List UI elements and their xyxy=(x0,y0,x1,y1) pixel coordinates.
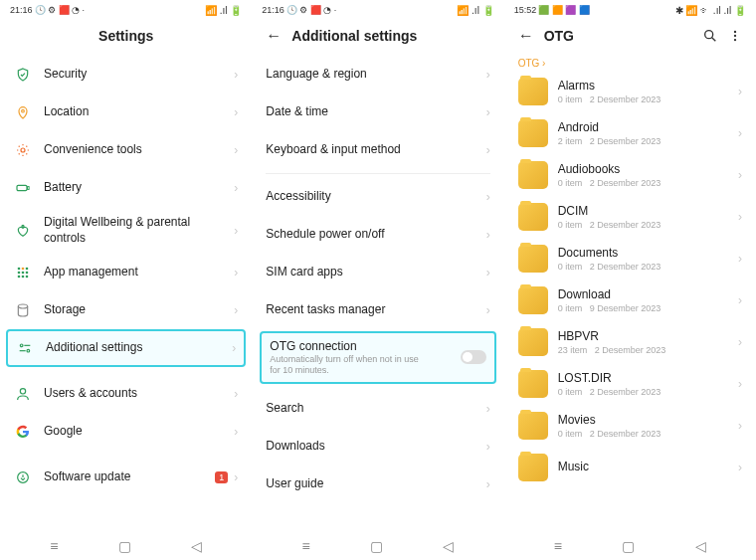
folder-name: Movies xyxy=(558,413,738,429)
back-button[interactable]: ← xyxy=(518,27,534,45)
chevron-right-icon: › xyxy=(234,181,238,195)
settings-row-storage[interactable]: Storage› xyxy=(6,291,246,329)
status-right-icons: 📶 .ıl 🔋 xyxy=(205,5,242,16)
svg-line-22 xyxy=(712,38,716,42)
folder-row-download[interactable]: Download0 item 9 Desember 2023› xyxy=(510,280,750,321)
otg-toggle[interactable] xyxy=(461,350,486,364)
folder-meta: 0 item 2 Desember 2023 xyxy=(558,220,738,230)
setting-row-language-region[interactable]: Language & region› xyxy=(258,56,497,93)
folder-name: Android xyxy=(558,120,738,136)
setting-row-search[interactable]: Search› xyxy=(258,390,497,428)
svg-point-7 xyxy=(26,268,29,271)
row-label: Accessibility xyxy=(266,189,485,205)
folder-meta: 0 item 9 Desember 2023 xyxy=(558,303,738,313)
nav-recents[interactable]: ≡ xyxy=(50,538,58,554)
folder-row-movies[interactable]: Movies0 item 2 Desember 2023› xyxy=(510,405,750,447)
folder-row-lost-dir[interactable]: LOST.DIR0 item 2 Desember 2023› xyxy=(510,363,750,405)
settings-row-users-accounts[interactable]: Users & accounts› xyxy=(6,375,246,413)
nav-recents[interactable]: ≡ xyxy=(302,538,310,554)
nav-recents[interactable]: ≡ xyxy=(554,538,562,554)
folder-row-music[interactable]: Music› xyxy=(510,447,750,488)
nav-back[interactable]: ◁ xyxy=(443,538,454,554)
folder-list: Alarms0 item 2 Desember 2023›Android2 it… xyxy=(504,71,756,532)
setting-row-keyboard-input-method[interactable]: Keyboard & input method› xyxy=(258,131,497,169)
nav-back[interactable]: ◁ xyxy=(695,538,706,554)
folder-row-audiobooks[interactable]: Audiobooks0 item 2 Desember 2023› xyxy=(510,154,750,196)
folder-icon xyxy=(518,328,548,356)
folder-name: DCIM xyxy=(558,204,738,220)
folder-name: LOST.DIR xyxy=(558,371,738,387)
setting-row-recent-tasks-manager[interactable]: Recent tasks manager› xyxy=(258,291,497,329)
svg-point-8 xyxy=(18,272,21,275)
settings-row-digital-wellbeing-parental-controls[interactable]: Digital Wellbeing & parental controls› xyxy=(6,207,246,254)
chevron-right-icon: › xyxy=(486,228,490,242)
nav-home[interactable]: ▢ xyxy=(370,538,383,554)
update-badge: 1 xyxy=(215,471,228,483)
folder-meta: 2 item 2 Desember 2023 xyxy=(558,136,738,146)
folder-name: Alarms xyxy=(558,79,738,94)
folder-icon xyxy=(518,286,548,314)
folder-icon xyxy=(518,245,548,273)
folder-icon xyxy=(518,370,548,398)
back-button[interactable]: ← xyxy=(266,27,282,45)
settings-row-app-management[interactable]: App management› xyxy=(6,254,246,291)
settings-row-location[interactable]: Location› xyxy=(6,93,246,131)
folder-row-android[interactable]: Android2 item 2 Desember 2023› xyxy=(510,112,750,154)
svg-point-15 xyxy=(20,344,23,347)
nav-back[interactable]: ◁ xyxy=(191,538,202,554)
status-right-icons: 📶 .ıl 🔋 xyxy=(457,5,493,16)
chevron-right-icon: › xyxy=(486,477,490,491)
folder-row-dcim[interactable]: DCIM0 item 2 Desember 2023› xyxy=(510,196,750,238)
nav-home[interactable]: ▢ xyxy=(118,538,131,554)
setting-row-downloads[interactable]: Downloads› xyxy=(258,428,497,466)
setting-row-user-guide[interactable]: User guide› xyxy=(258,466,497,503)
pin-icon xyxy=(14,103,32,121)
setting-row-date-time[interactable]: Date & time› xyxy=(258,93,497,131)
more-icon[interactable] xyxy=(728,29,742,43)
svg-point-19 xyxy=(20,389,25,394)
chevron-right-icon: › xyxy=(234,105,238,119)
svg-point-11 xyxy=(18,276,21,279)
setting-row-sim-card-apps[interactable]: SIM card apps› xyxy=(258,254,497,291)
folder-row-alarms[interactable]: Alarms0 item 2 Desember 2023› xyxy=(510,71,750,112)
otg-connection-row[interactable]: OTG connectionAutomatically turn off whe… xyxy=(260,331,495,384)
breadcrumb[interactable]: OTG › xyxy=(504,56,756,71)
settings-row-google[interactable]: Google› xyxy=(6,413,246,451)
settings-row-security[interactable]: Security› xyxy=(6,56,246,93)
svg-point-9 xyxy=(22,272,25,275)
chevron-right-icon: › xyxy=(738,168,742,182)
settings-row-additional-settings[interactable]: Additional settings› xyxy=(6,329,246,367)
status-time: 15:52 xyxy=(514,5,537,15)
folder-meta: 0 item 2 Desember 2023 xyxy=(558,387,738,397)
chevron-right-icon: › xyxy=(738,461,742,474)
folder-name: Audiobooks xyxy=(558,162,738,178)
folder-icon xyxy=(518,161,548,189)
row-label: Battery xyxy=(44,180,234,196)
folder-row-hbpvr[interactable]: HBPVR23 item 2 Desember 2023› xyxy=(510,321,750,363)
search-icon[interactable] xyxy=(702,28,718,44)
svg-point-17 xyxy=(27,350,30,353)
folder-meta: 0 item 2 Desember 2023 xyxy=(558,262,738,272)
row-label: App management xyxy=(44,265,234,280)
nav-home[interactable]: ▢ xyxy=(622,538,635,554)
page-title: OTG xyxy=(544,28,574,44)
setting-row-accessibility[interactable]: Accessibility› xyxy=(258,178,497,216)
chevron-right-icon: › xyxy=(738,210,742,224)
row-label: Date & time xyxy=(266,104,485,120)
nav-bar: ≡ ▢ ◁ xyxy=(252,532,503,560)
chevron-right-icon: › xyxy=(738,419,742,433)
settings-row-battery[interactable]: Battery› xyxy=(6,169,246,207)
chevron-right-icon: › xyxy=(234,470,238,484)
nav-bar: ≡ ▢ ◁ xyxy=(0,532,252,560)
page-header: ← Additional settings xyxy=(252,18,503,56)
folder-row-documents[interactable]: Documents0 item 2 Desember 2023› xyxy=(510,238,750,280)
settings-row-software-update[interactable]: Software update1› xyxy=(6,459,246,496)
row-label: Users & accounts xyxy=(44,386,234,402)
row-label: Schedule power on/off xyxy=(266,227,485,243)
status-right-icons: ✱ 📶 ᯤ .ıl .ıl 🔋 xyxy=(675,5,746,16)
svg-point-25 xyxy=(734,39,736,41)
sliders-icon xyxy=(16,339,34,357)
svg-point-14 xyxy=(18,304,27,308)
settings-row-convenience-tools[interactable]: Convenience tools› xyxy=(6,131,246,169)
setting-row-schedule-power-on-off[interactable]: Schedule power on/off› xyxy=(258,216,497,254)
